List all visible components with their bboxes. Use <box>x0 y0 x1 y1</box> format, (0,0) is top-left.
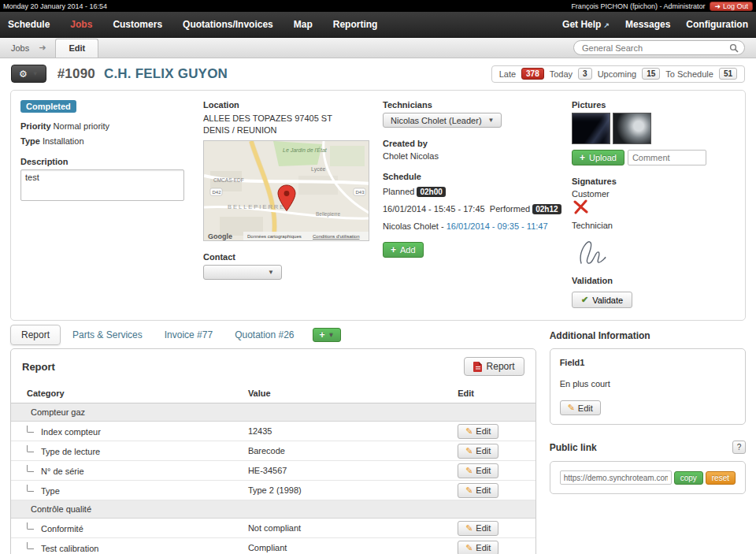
map-terms-link[interactable]: Conditions d'utilisation <box>313 234 360 239</box>
counter-badge-upcoming[interactable]: 15 <box>642 68 660 80</box>
counter-label-today: Today <box>550 69 573 79</box>
logout-button[interactable]: ➜ Log Out <box>710 2 753 11</box>
nav-map[interactable]: Map <box>294 19 313 30</box>
breadcrumb-jobs[interactable]: Jobs <box>11 43 29 53</box>
general-search-input[interactable] <box>582 43 725 53</box>
report-group-label: Compteur gaz <box>11 403 536 422</box>
report-item-label: Conformité <box>41 524 83 534</box>
tab-parts-services[interactable]: Parts & Services <box>62 325 153 344</box>
type-value: Installation <box>43 136 84 146</box>
map-road-label-1: D42 <box>213 190 222 195</box>
location-map[interactable]: Le Jardin de l'État Lycée CMCAS-EDF BELL… <box>203 140 369 241</box>
nav-schedule[interactable]: Schedule <box>8 19 50 30</box>
counter-badge-today[interactable]: 3 <box>578 68 592 80</box>
tab-quotation-26[interactable]: Quotation #26 <box>224 325 304 344</box>
tab-invoice-77[interactable]: Invoice #77 <box>154 325 223 344</box>
technician-selected: Nicolas Cholet (Leader) <box>391 116 482 125</box>
picture-thumbnail-1[interactable] <box>572 113 610 144</box>
add-schedule-button[interactable]: + Add <box>383 242 424 258</box>
public-link-input[interactable] <box>560 470 672 485</box>
counter-label-upcoming: Upcoming <box>598 69 637 79</box>
pencil-icon: ✎ <box>465 426 472 437</box>
upload-picture-button[interactable]: + Upload <box>572 150 624 165</box>
report-group-row: Compteur gaz <box>11 403 536 422</box>
additional-information-box: Field1 En plus court ✎ Edit <box>550 348 746 425</box>
nav-customers[interactable]: Customers <box>113 19 162 30</box>
edit-type-button[interactable]: ✎Edit <box>458 483 498 498</box>
job-address: ALLEE DES TOPAZES 97405 ST DENIS / REUNI… <box>203 113 361 137</box>
edit-field1-button[interactable]: ✎ Edit <box>560 400 601 415</box>
job-details-panel: Completed Priority Normal priority Type … <box>10 90 746 321</box>
report-item-value: Barecode <box>242 441 451 461</box>
contact-dropdown[interactable]: ▼ <box>203 265 282 280</box>
technician-signature-label: Technician <box>572 221 728 230</box>
plus-icon: + <box>391 246 396 254</box>
report-item-label: Index compteur <box>41 427 101 437</box>
map-label-place: Bellepierre <box>316 211 340 218</box>
plus-icon: + <box>580 154 585 162</box>
technician-dropdown[interactable]: Nicolas Cholet (Leader) ▼ <box>383 113 502 128</box>
validate-button[interactable]: ✔ Validate <box>572 292 632 308</box>
performed-range-link[interactable]: 16/01/2014 - 09:35 - 11:47 <box>447 221 548 231</box>
external-link-icon: ↗ <box>603 21 610 29</box>
report-item-row: Type de lectureBarecode✎Edit <box>11 441 536 461</box>
reset-link-button[interactable]: reset <box>706 471 736 485</box>
edit-test-calibration-button[interactable]: ✎Edit <box>458 541 498 554</box>
report-item-row: TypeType 2 (1998)✎Edit <box>11 481 536 500</box>
breadcrumb-edit-tab[interactable]: Edit <box>55 39 98 58</box>
pictures-label: Pictures <box>572 100 728 110</box>
edit-conformit-button[interactable]: ✎Edit <box>458 521 498 536</box>
report-group-row: Contrôle qualité <box>11 500 536 519</box>
counter-label-to-schedule: To Schedule <box>665 69 713 79</box>
job-actions-button[interactable]: ⚙ ▼ <box>11 65 46 83</box>
schedule-label: Schedule <box>383 172 564 181</box>
description-field[interactable]: test <box>20 169 184 201</box>
tree-elbow-icon <box>27 426 34 433</box>
current-datetime: Monday 20 January 2014 - 16:54 <box>3 2 107 10</box>
priority-value: Normal priority <box>54 121 110 131</box>
counter-badge-to-schedule[interactable]: 51 <box>719 68 737 80</box>
nav-configuration[interactable]: Configuration <box>686 19 748 30</box>
nav-reporting[interactable]: Reporting <box>333 19 378 30</box>
report-item-label: N° de série <box>41 467 84 476</box>
type-label: Type <box>20 136 40 146</box>
map-label-site: CMCAS-EDF <box>213 177 244 183</box>
nav-messages[interactable]: Messages <box>625 19 670 30</box>
created-by-value: Cholet Nicolas <box>383 151 564 161</box>
report-button[interactable]: Report <box>464 357 524 376</box>
edit-n-de-s-rie-button[interactable]: ✎Edit <box>458 463 498 478</box>
validation-label: Validation <box>572 276 728 285</box>
picture-thumbnail-2[interactable] <box>613 113 651 144</box>
technicians-label: Technicians <box>383 100 564 110</box>
priority-label: Priority <box>20 121 51 131</box>
nav-get-help[interactable]: Get Help↗ <box>562 19 610 30</box>
search-icon[interactable] <box>729 43 739 54</box>
column-header-value: Value <box>242 385 451 403</box>
counter-label-late: Late <box>499 69 516 79</box>
contact-label: Contact <box>203 252 375 262</box>
report-item-value: Compliant <box>242 538 451 554</box>
add-tab-button[interactable]: + ▼ <box>313 328 342 342</box>
nav-jobs[interactable]: Jobs <box>70 19 92 30</box>
edit-index-compteur-button[interactable]: ✎Edit <box>458 424 498 439</box>
report-item-row: Test calibrationCompliant✎Edit <box>11 538 536 554</box>
counter-badge-late[interactable]: 378 <box>521 68 544 80</box>
performed-label: Performed <box>490 204 530 214</box>
edit-type-de-lecture-button[interactable]: ✎Edit <box>458 444 498 459</box>
chevron-down-icon: ▼ <box>328 332 335 339</box>
picture-comment-input[interactable] <box>628 150 706 165</box>
tab-report[interactable]: Report <box>10 325 61 345</box>
status-badge: Completed <box>20 100 76 113</box>
copy-link-button[interactable]: copy <box>674 471 703 485</box>
plus-icon: + <box>320 331 325 339</box>
map-park-area <box>273 141 322 166</box>
report-item-row: Index compteur12435✎Edit <box>11 422 536 441</box>
map-green-area <box>330 146 365 166</box>
help-button[interactable]: ? <box>732 441 746 454</box>
nav-quotations-invoices[interactable]: Quotations/Invoices <box>183 19 273 30</box>
job-customer-name: C.H. FELIX GUYON <box>104 66 228 81</box>
description-label: Description <box>20 157 195 166</box>
report-group-label: Contrôle qualité <box>11 500 536 519</box>
logout-icon: ➜ <box>714 2 721 10</box>
google-logo: Google <box>208 232 232 240</box>
